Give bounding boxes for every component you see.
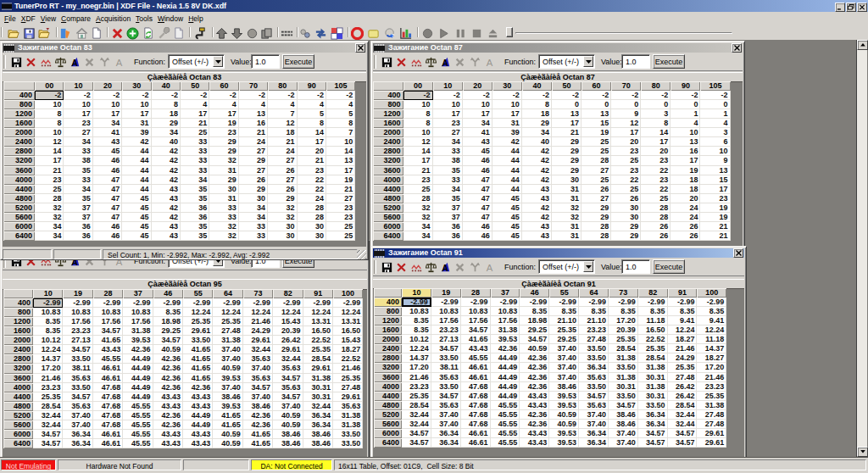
svg-text:?: ? <box>392 33 395 38</box>
svg-text:A: A <box>442 264 448 273</box>
svg-text:A: A <box>487 263 493 273</box>
svg-text:A: A <box>71 58 78 68</box>
svg-text:A: A <box>442 58 448 68</box>
svg-text:A: A <box>116 58 123 68</box>
svg-text:A: A <box>487 58 493 68</box>
